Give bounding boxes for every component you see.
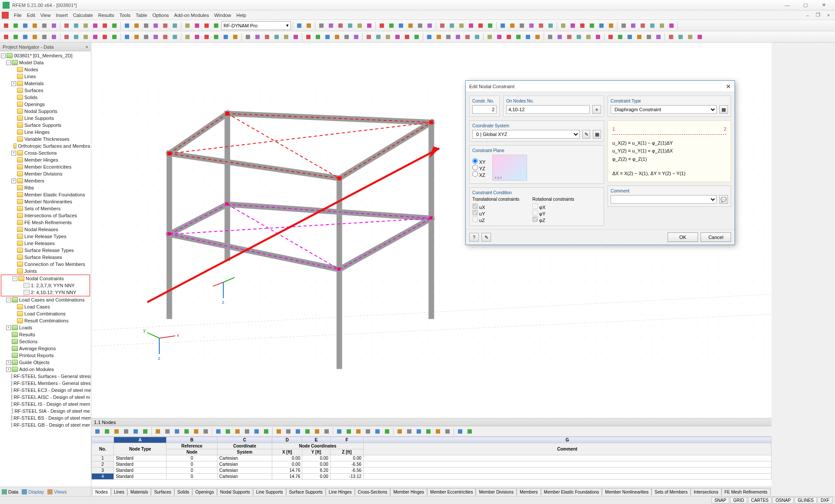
- tree-root[interactable]: –003801* [01_Members_2D]: [0, 52, 91, 59]
- toolbar-button[interactable]: [546, 21, 555, 30]
- plane-yz-radio[interactable]: YZ: [472, 166, 485, 171]
- toolbar-button[interactable]: [132, 33, 141, 41]
- table-toolbar-button[interactable]: [252, 427, 261, 436]
- toolbar-button[interactable]: [193, 21, 201, 30]
- tree-item[interactable]: Printout Reports: [0, 352, 91, 359]
- toolbar-button[interactable]: [425, 21, 434, 30]
- cs-new-button[interactable]: ✎: [582, 130, 591, 139]
- toolbar-button[interactable]: [346, 21, 354, 30]
- tree-item[interactable]: +Loads: [0, 324, 91, 331]
- toolbar-button[interactable]: [457, 21, 466, 30]
- plane-xz-radio[interactable]: XZ: [472, 173, 485, 178]
- phiz-check[interactable]: φZ: [532, 218, 545, 223]
- status-toggle[interactable]: SNAP: [711, 497, 729, 504]
- table-tab[interactable]: Cross-Sections: [355, 488, 391, 495]
- table-tab[interactable]: Surfaces: [151, 488, 174, 495]
- toolbar-button[interactable]: [11, 33, 20, 41]
- status-toggle[interactable]: CARTES: [748, 497, 772, 504]
- tree-addon[interactable]: RF-STEEL BS - Design of steel mem: [0, 414, 91, 421]
- tree-item[interactable]: Solids: [0, 94, 91, 101]
- toolbar-button[interactable]: [412, 33, 421, 41]
- dialog-close-icon[interactable]: ✕: [726, 83, 731, 90]
- toolbar-button[interactable]: [533, 33, 542, 41]
- tree-item[interactable]: Sections: [0, 338, 91, 345]
- toolbar-button[interactable]: [110, 33, 119, 41]
- toolbar-button[interactable]: [518, 21, 526, 30]
- uy-check[interactable]: uY: [472, 212, 485, 216]
- uz-check[interactable]: uZ: [472, 218, 485, 223]
- tree-item[interactable]: Surface Supports: [0, 122, 91, 129]
- toolbar-button[interactable]: [397, 21, 405, 30]
- tree-item[interactable]: Member Divisions: [0, 170, 91, 177]
- table-tab[interactable]: Member Elastic Foundations: [541, 488, 602, 495]
- tree-item[interactable]: +Materials: [0, 80, 91, 87]
- tree-item[interactable]: Load Combinations: [0, 310, 91, 317]
- tree-item[interactable]: Intersections of Surfaces: [0, 212, 91, 219]
- menu-tools[interactable]: Tools: [117, 12, 133, 19]
- table-tab[interactable]: Member Eccentricities: [427, 488, 476, 495]
- table-toolbar-button[interactable]: [465, 427, 474, 436]
- table-toolbar-button[interactable]: [224, 427, 232, 436]
- toolbar-button[interactable]: [403, 33, 411, 41]
- tree-item[interactable]: Connection of Two Members: [0, 261, 91, 268]
- toolbar-button[interactable]: [508, 21, 517, 30]
- table-tab[interactable]: Materials: [127, 488, 151, 495]
- table-tab[interactable]: Member Hinges: [390, 488, 427, 495]
- ok-button[interactable]: OK: [668, 232, 698, 242]
- toolbar-button[interactable]: [485, 33, 494, 41]
- menu-file[interactable]: File: [11, 12, 24, 19]
- toolbar-button[interactable]: [100, 21, 109, 30]
- toolbar-button[interactable]: [221, 33, 230, 41]
- table-toolbar-button[interactable]: [294, 427, 302, 436]
- toolbar-button[interactable]: [676, 33, 685, 41]
- toolbar-button[interactable]: [406, 21, 415, 30]
- toolbar-button[interactable]: [100, 33, 109, 41]
- toolbar-button[interactable]: [151, 33, 160, 41]
- table-toolbar-button[interactable]: [141, 427, 150, 436]
- tree-item[interactable]: Sets of Members: [0, 205, 91, 212]
- table-toolbar-button[interactable]: [262, 427, 271, 436]
- toolbar-button[interactable]: [142, 33, 150, 41]
- cancel-button[interactable]: Cancel: [701, 232, 731, 242]
- toolbar-button[interactable]: [667, 33, 675, 41]
- toolbar-button[interactable]: [81, 21, 90, 30]
- toolbar-button[interactable]: [364, 33, 373, 41]
- table-tab[interactable]: Line Supports: [253, 488, 286, 495]
- toolbar-button[interactable]: [467, 21, 475, 30]
- toolbar-button[interactable]: [387, 21, 396, 30]
- toolbar-button[interactable]: [686, 33, 695, 41]
- menu-window[interactable]: Window: [211, 12, 234, 19]
- toolbar-button[interactable]: [607, 21, 615, 30]
- toolbar-button[interactable]: [444, 33, 453, 41]
- toolbar-button[interactable]: [524, 33, 532, 41]
- table-toolbar-button[interactable]: [354, 427, 363, 436]
- tree-item[interactable]: Surfaces: [0, 87, 91, 94]
- tree-item[interactable]: +Guide Objects: [0, 359, 91, 366]
- toolbar-button[interactable]: [317, 21, 326, 30]
- toolbar-button[interactable]: [50, 21, 58, 30]
- toolbar-button[interactable]: [72, 21, 80, 30]
- tree-model-data[interactable]: –Model Data: [0, 59, 91, 66]
- menu-insert[interactable]: Insert: [53, 12, 70, 19]
- table-tab[interactable]: Openings: [192, 488, 217, 495]
- table-toolbar-button[interactable]: [456, 427, 464, 436]
- table-toolbar-button[interactable]: [303, 427, 312, 436]
- menu-help[interactable]: Help: [234, 12, 249, 19]
- menu-add-on-modules[interactable]: Add-on Modules: [171, 12, 211, 19]
- tree-nc-2[interactable]: 2: 4,10-12; YYN NNY: [1, 289, 90, 296]
- toolbar-button[interactable]: [231, 33, 240, 41]
- toolbar-button[interactable]: [454, 33, 462, 41]
- toolbar-button[interactable]: [463, 33, 472, 41]
- tree-nc-1[interactable]: 1: 2,3,7,9; YYN NNY: [1, 282, 90, 289]
- table-grid[interactable]: ABCDEFGNo.Node TypeReferenceCoordinateNo…: [91, 437, 772, 487]
- tree-item[interactable]: FE Mesh Refinements: [0, 219, 91, 226]
- table-toolbar-button[interactable]: [335, 427, 344, 436]
- phix-check[interactable]: φX: [532, 205, 545, 210]
- toolbar-button[interactable]: [72, 33, 80, 41]
- toolbar-button[interactable]: [183, 21, 192, 30]
- toolbar-button[interactable]: [638, 21, 647, 30]
- toolbar-button[interactable]: [40, 21, 49, 30]
- toolbar-button[interactable]: [645, 33, 653, 41]
- tree-item[interactable]: Average Regions: [0, 345, 91, 352]
- toolbar-button[interactable]: [568, 21, 577, 30]
